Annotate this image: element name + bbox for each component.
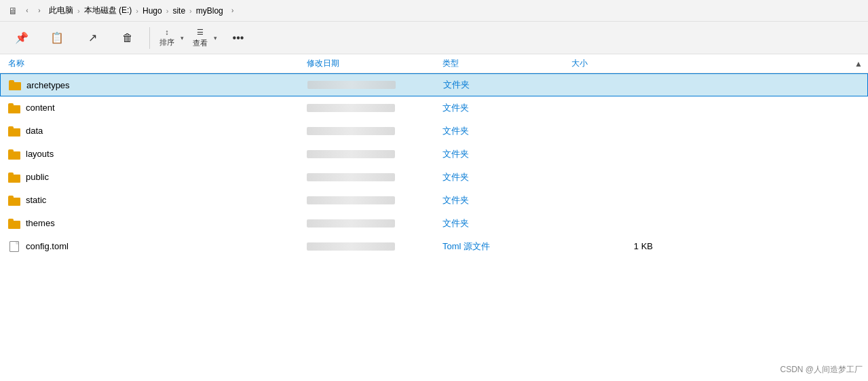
column-headers: 名称 修改日期 类型 大小 ▲: [0, 54, 868, 73]
breadcrumb-this-pc[interactable]: 此电脑: [46, 3, 76, 18]
file-name-text: config.toml: [26, 241, 69, 251]
file-name-text: archetypes: [26, 80, 70, 90]
file-name-cell: archetypes: [9, 79, 307, 90]
view-main-button[interactable]: ☰ 查看: [189, 25, 212, 51]
table-row[interactable]: archetypes文件夹: [0, 73, 868, 96]
file-type-cell: Toml 源文件: [442, 240, 571, 253]
file-type-cell: 文件夹: [443, 79, 572, 91]
col-name-header[interactable]: 名称: [8, 58, 307, 69]
file-date-cell: [307, 219, 442, 228]
file-name-text: layouts: [26, 149, 54, 159]
share-icon: ↗: [88, 31, 97, 44]
sep-2: ›: [136, 7, 138, 15]
file-name-cell: content: [8, 103, 307, 113]
file-date-cell: [307, 242, 442, 251]
file-name-cell: public: [8, 172, 307, 183]
titlebar: 🖥 ‹ › 此电脑 › 本地磁盘 (E:) › Hugo › site › my…: [0, 0, 868, 22]
date-blur: [307, 173, 395, 181]
file-name-cell: layouts: [8, 149, 307, 160]
sep-3: ›: [166, 7, 169, 15]
file-type-cell: 文件夹: [442, 171, 571, 183]
table-row[interactable]: content文件夹: [0, 96, 868, 120]
folder-icon: [9, 79, 21, 90]
file-name-text: themes: [26, 218, 55, 228]
sep-1: ›: [77, 7, 80, 15]
file-name-text: data: [26, 126, 43, 136]
copy-path-button[interactable]: 📋: [41, 29, 73, 47]
file-name-cell: config.toml: [8, 241, 307, 252]
table-row[interactable]: data文件夹: [0, 120, 868, 143]
file-date-cell: [307, 81, 443, 89]
date-blur: [307, 127, 395, 135]
view-arrow-button[interactable]: ▾: [212, 32, 219, 44]
toolbar: 📌 📋 ↗ 🗑 ↕ 排序 ▾ ☰ 查看 ▾ •••: [0, 22, 868, 54]
date-blur: [307, 81, 396, 89]
file-icon: [8, 241, 20, 252]
pin-button[interactable]: 📌: [5, 29, 38, 47]
share-button[interactable]: ↗: [76, 29, 109, 47]
sort-icon: ↕: [165, 28, 169, 36]
date-blur: [307, 104, 395, 112]
folder-icon: [8, 149, 20, 160]
folder-icon: [8, 218, 20, 229]
col-type-header[interactable]: 类型: [442, 58, 571, 69]
date-blur: [307, 242, 395, 251]
table-row[interactable]: themes文件夹: [0, 212, 868, 235]
file-date-cell: [307, 150, 442, 158]
file-type-cell: 文件夹: [442, 217, 571, 230]
breadcrumb-site[interactable]: site: [170, 5, 188, 17]
sep-4: ›: [189, 7, 192, 15]
sort-arrow-button[interactable]: ▾: [178, 32, 186, 44]
breadcrumb-myblog[interactable]: myBlog: [193, 5, 226, 17]
more-icon: •••: [233, 32, 244, 44]
folder-icon: [8, 126, 20, 137]
file-name-text: public: [26, 172, 49, 182]
file-name-text: content: [26, 103, 55, 113]
file-name-cell: data: [8, 126, 307, 137]
sort-button-group: ↕ 排序 ▾: [155, 25, 186, 50]
file-type-cell: 文件夹: [442, 125, 571, 137]
table-row[interactable]: config.tomlToml 源文件1 KB: [0, 235, 868, 258]
date-blur: [307, 219, 395, 228]
more-button[interactable]: •••: [222, 29, 254, 47]
file-type-cell: 文件夹: [442, 102, 571, 114]
folder-icon: [8, 195, 20, 206]
col-size-header[interactable]: 大小: [571, 58, 653, 69]
col-date-header[interactable]: 修改日期: [307, 58, 442, 69]
date-blur: [307, 150, 395, 158]
forward-btn[interactable]: ›: [34, 3, 45, 18]
breadcrumb: 此电脑 › 本地磁盘 (E:) › Hugo › site › myBlog ›: [46, 3, 863, 18]
table-row[interactable]: public文件夹: [0, 166, 868, 189]
file-size-cell: 1 KB: [571, 241, 653, 251]
view-button-group: ☰ 查看 ▾: [189, 25, 219, 51]
file-date-cell: [307, 173, 442, 181]
file-type-cell: 文件夹: [442, 148, 571, 160]
sort-label: 排序: [159, 37, 174, 48]
collapse-button[interactable]: ▲: [854, 59, 863, 69]
view-icon: ☰: [197, 28, 204, 37]
back-btn[interactable]: ‹: [22, 3, 33, 18]
copy-icon: 📋: [50, 31, 64, 44]
file-list: archetypes文件夹content文件夹data文件夹layouts文件夹…: [0, 73, 868, 381]
file-type-cell: 文件夹: [442, 194, 571, 206]
folder-icon: [8, 103, 20, 113]
file-name-cell: themes: [8, 218, 307, 229]
table-row[interactable]: static文件夹: [0, 189, 868, 212]
date-blur: [307, 196, 395, 204]
folder-icon: [8, 172, 20, 183]
breadcrumb-hugo[interactable]: Hugo: [140, 5, 165, 17]
monitor-icon: 🖥: [5, 3, 20, 18]
watermark: CSDN @人间造梦工厂: [780, 364, 863, 376]
breadcrumb-expand[interactable]: ›: [227, 3, 238, 18]
breadcrumb-local-disk[interactable]: 本地磁盘 (E:): [81, 3, 135, 18]
file-date-cell: [307, 104, 442, 112]
file-name-cell: static: [8, 195, 307, 206]
sort-main-button[interactable]: ↕ 排序: [155, 25, 178, 50]
file-date-cell: [307, 127, 442, 135]
divider-1: [149, 27, 150, 49]
table-row[interactable]: layouts文件夹: [0, 143, 868, 166]
pin-icon: 📌: [15, 31, 29, 44]
delete-button[interactable]: 🗑: [111, 29, 144, 47]
trash-icon: 🗑: [122, 32, 133, 44]
file-date-cell: [307, 196, 442, 204]
